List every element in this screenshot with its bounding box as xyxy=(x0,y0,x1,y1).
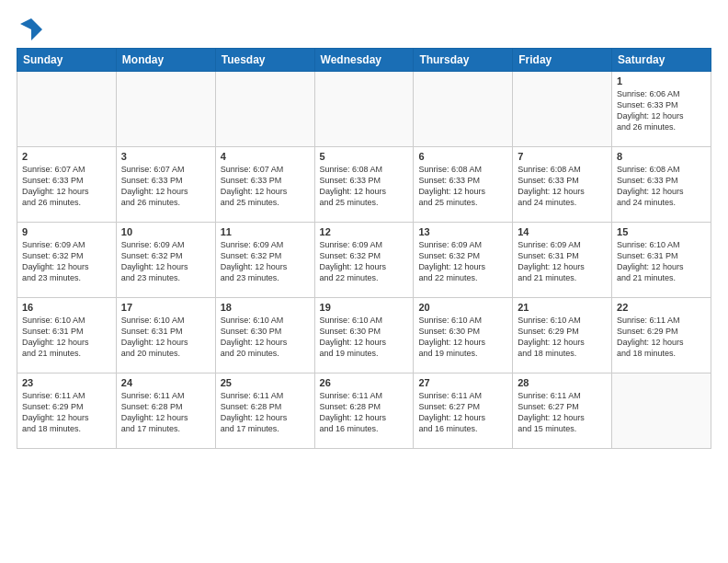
svg-marker-1 xyxy=(20,18,31,29)
cell-info: Sunrise: 6:11 AM Sunset: 6:27 PM Dayligh… xyxy=(518,390,607,435)
calendar-cell: 25Sunrise: 6:11 AM Sunset: 6:28 PM Dayli… xyxy=(215,373,314,449)
calendar-cell xyxy=(612,373,711,449)
calendar-cell: 11Sunrise: 6:09 AM Sunset: 6:32 PM Dayli… xyxy=(215,223,314,298)
cell-info: Sunrise: 6:09 AM Sunset: 6:32 PM Dayligh… xyxy=(121,239,210,284)
cell-info: Sunrise: 6:11 AM Sunset: 6:29 PM Dayligh… xyxy=(22,390,111,435)
calendar-cell: 27Sunrise: 6:11 AM Sunset: 6:27 PM Dayli… xyxy=(414,373,513,449)
calendar-week-2: 9Sunrise: 6:09 AM Sunset: 6:32 PM Daylig… xyxy=(17,223,711,298)
page: SundayMondayTuesdayWednesdayThursdayFrid… xyxy=(0,0,728,563)
calendar-cell: 20Sunrise: 6:10 AM Sunset: 6:30 PM Dayli… xyxy=(414,298,513,373)
day-number: 20 xyxy=(418,302,507,313)
weekday-header-tuesday: Tuesday xyxy=(215,49,314,72)
day-number: 15 xyxy=(617,226,706,237)
weekday-header-sunday: Sunday xyxy=(17,49,117,72)
cell-info: Sunrise: 6:11 AM Sunset: 6:29 PM Dayligh… xyxy=(617,315,706,360)
calendar-cell: 12Sunrise: 6:09 AM Sunset: 6:32 PM Dayli… xyxy=(314,223,414,298)
weekday-header-thursday: Thursday xyxy=(414,49,513,72)
day-number: 22 xyxy=(617,302,706,313)
cell-info: Sunrise: 6:07 AM Sunset: 6:33 PM Dayligh… xyxy=(221,164,310,209)
weekday-header-monday: Monday xyxy=(116,49,215,72)
day-number: 26 xyxy=(320,377,409,388)
calendar-cell: 14Sunrise: 6:09 AM Sunset: 6:31 PM Dayli… xyxy=(513,223,612,298)
cell-info: Sunrise: 6:09 AM Sunset: 6:31 PM Dayligh… xyxy=(518,239,607,284)
weekday-header-wednesday: Wednesday xyxy=(314,49,414,72)
cell-info: Sunrise: 6:10 AM Sunset: 6:29 PM Dayligh… xyxy=(518,315,607,360)
calendar-cell: 22Sunrise: 6:11 AM Sunset: 6:29 PM Dayli… xyxy=(612,298,711,373)
header xyxy=(17,17,711,39)
day-number: 7 xyxy=(518,151,607,162)
calendar-cell: 2Sunrise: 6:07 AM Sunset: 6:33 PM Daylig… xyxy=(17,147,117,223)
cell-info: Sunrise: 6:10 AM Sunset: 6:30 PM Dayligh… xyxy=(418,315,507,360)
calendar-cell: 23Sunrise: 6:11 AM Sunset: 6:29 PM Dayli… xyxy=(17,373,117,449)
day-number: 13 xyxy=(418,226,507,237)
cell-info: Sunrise: 6:11 AM Sunset: 6:27 PM Dayligh… xyxy=(418,390,507,435)
calendar-cell: 24Sunrise: 6:11 AM Sunset: 6:28 PM Dayli… xyxy=(116,373,215,449)
day-number: 11 xyxy=(221,226,310,237)
day-number: 27 xyxy=(418,377,507,388)
logo xyxy=(17,17,44,39)
day-number: 10 xyxy=(121,226,210,237)
svg-marker-0 xyxy=(31,18,42,40)
calendar-cell: 1Sunrise: 6:06 AM Sunset: 6:33 PM Daylig… xyxy=(612,72,711,147)
cell-info: Sunrise: 6:11 AM Sunset: 6:28 PM Dayligh… xyxy=(121,390,210,435)
cell-info: Sunrise: 6:07 AM Sunset: 6:33 PM Dayligh… xyxy=(121,164,210,209)
day-number: 9 xyxy=(22,226,111,237)
calendar-cell: 26Sunrise: 6:11 AM Sunset: 6:28 PM Dayli… xyxy=(314,373,414,449)
day-number: 5 xyxy=(320,151,409,162)
calendar-cell xyxy=(414,72,513,147)
day-number: 8 xyxy=(617,151,706,162)
calendar-cell: 17Sunrise: 6:10 AM Sunset: 6:31 PM Dayli… xyxy=(116,298,215,373)
day-number: 2 xyxy=(22,151,111,162)
calendar-cell: 9Sunrise: 6:09 AM Sunset: 6:32 PM Daylig… xyxy=(17,223,117,298)
calendar-cell: 6Sunrise: 6:08 AM Sunset: 6:33 PM Daylig… xyxy=(414,147,513,223)
cell-info: Sunrise: 6:09 AM Sunset: 6:32 PM Dayligh… xyxy=(22,239,111,284)
cell-info: Sunrise: 6:10 AM Sunset: 6:30 PM Dayligh… xyxy=(221,315,310,360)
cell-info: Sunrise: 6:09 AM Sunset: 6:32 PM Dayligh… xyxy=(320,239,409,284)
day-number: 17 xyxy=(121,302,210,313)
calendar-cell: 18Sunrise: 6:10 AM Sunset: 6:30 PM Dayli… xyxy=(215,298,314,373)
cell-info: Sunrise: 6:06 AM Sunset: 6:33 PM Dayligh… xyxy=(617,88,706,133)
cell-info: Sunrise: 6:08 AM Sunset: 6:33 PM Dayligh… xyxy=(518,164,607,209)
logo-icon xyxy=(18,17,44,42)
day-number: 24 xyxy=(121,377,210,388)
calendar-cell xyxy=(314,72,414,147)
calendar-cell: 19Sunrise: 6:10 AM Sunset: 6:30 PM Dayli… xyxy=(314,298,414,373)
cell-info: Sunrise: 6:08 AM Sunset: 6:33 PM Dayligh… xyxy=(617,164,706,209)
day-number: 28 xyxy=(518,377,607,388)
day-number: 1 xyxy=(617,75,706,86)
cell-info: Sunrise: 6:09 AM Sunset: 6:32 PM Dayligh… xyxy=(221,239,310,284)
calendar-cell: 8Sunrise: 6:08 AM Sunset: 6:33 PM Daylig… xyxy=(612,147,711,223)
calendar-cell xyxy=(116,72,215,147)
calendar-week-3: 16Sunrise: 6:10 AM Sunset: 6:31 PM Dayli… xyxy=(17,298,711,373)
cell-info: Sunrise: 6:10 AM Sunset: 6:31 PM Dayligh… xyxy=(22,315,111,360)
calendar-cell: 21Sunrise: 6:10 AM Sunset: 6:29 PM Dayli… xyxy=(513,298,612,373)
calendar-week-1: 2Sunrise: 6:07 AM Sunset: 6:33 PM Daylig… xyxy=(17,147,711,223)
calendar-cell: 10Sunrise: 6:09 AM Sunset: 6:32 PM Dayli… xyxy=(116,223,215,298)
calendar-week-0: 1Sunrise: 6:06 AM Sunset: 6:33 PM Daylig… xyxy=(17,72,711,147)
day-number: 12 xyxy=(320,226,409,237)
day-number: 23 xyxy=(22,377,111,388)
cell-info: Sunrise: 6:10 AM Sunset: 6:31 PM Dayligh… xyxy=(121,315,210,360)
calendar-cell: 15Sunrise: 6:10 AM Sunset: 6:31 PM Dayli… xyxy=(612,223,711,298)
calendar-cell: 3Sunrise: 6:07 AM Sunset: 6:33 PM Daylig… xyxy=(116,147,215,223)
calendar-cell: 28Sunrise: 6:11 AM Sunset: 6:27 PM Dayli… xyxy=(513,373,612,449)
day-number: 18 xyxy=(221,302,310,313)
day-number: 14 xyxy=(518,226,607,237)
day-number: 25 xyxy=(221,377,310,388)
cell-info: Sunrise: 6:07 AM Sunset: 6:33 PM Dayligh… xyxy=(22,164,111,209)
cell-info: Sunrise: 6:08 AM Sunset: 6:33 PM Dayligh… xyxy=(320,164,409,209)
cell-info: Sunrise: 6:09 AM Sunset: 6:32 PM Dayligh… xyxy=(418,239,507,284)
day-number: 16 xyxy=(22,302,111,313)
day-number: 19 xyxy=(320,302,409,313)
cell-info: Sunrise: 6:11 AM Sunset: 6:28 PM Dayligh… xyxy=(320,390,409,435)
weekday-header-friday: Friday xyxy=(513,49,612,72)
calendar-cell: 5Sunrise: 6:08 AM Sunset: 6:33 PM Daylig… xyxy=(314,147,414,223)
day-number: 3 xyxy=(121,151,210,162)
day-number: 6 xyxy=(418,151,507,162)
calendar-cell: 4Sunrise: 6:07 AM Sunset: 6:33 PM Daylig… xyxy=(215,147,314,223)
calendar-header-row: SundayMondayTuesdayWednesdayThursdayFrid… xyxy=(17,49,711,72)
cell-info: Sunrise: 6:11 AM Sunset: 6:28 PM Dayligh… xyxy=(221,390,310,435)
day-number: 21 xyxy=(518,302,607,313)
calendar-cell: 7Sunrise: 6:08 AM Sunset: 6:33 PM Daylig… xyxy=(513,147,612,223)
calendar-cell xyxy=(215,72,314,147)
